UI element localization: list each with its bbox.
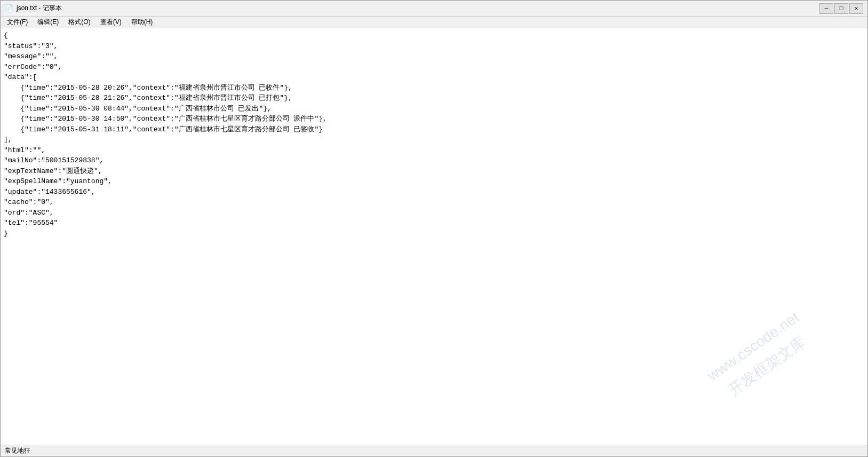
menu-view[interactable]: 查看(V) [96, 17, 126, 28]
status-bar: 常见地狂 [1, 445, 867, 456]
close-button[interactable]: ✕ [849, 3, 863, 14]
menu-edit[interactable]: 编辑(E) [33, 17, 63, 28]
window-controls: ─ □ ✕ [819, 3, 863, 14]
menu-file[interactable]: 文件(F) [3, 17, 32, 28]
notepad-window: 📄 json.txt - 记事本 ─ □ ✕ 文件(F) 编辑(E) 格式(O)… [0, 0, 868, 457]
title-bar-left: 📄 json.txt - 记事本 [5, 4, 62, 13]
text-editor[interactable]: { "status":"3", "message":"", "errCode":… [4, 30, 864, 443]
window-title: json.txt - 记事本 [17, 4, 62, 13]
status-encoding: 常见地狂 [5, 446, 30, 455]
menu-bar: 文件(F) 编辑(E) 格式(O) 查看(V) 帮助(H) [1, 17, 867, 28]
content-area[interactable]: { "status":"3", "message":"", "errCode":… [1, 28, 867, 445]
maximize-button[interactable]: □ [834, 3, 848, 14]
app-icon: 📄 [5, 4, 13, 13]
minimize-button[interactable]: ─ [819, 3, 833, 14]
title-bar: 📄 json.txt - 记事本 ─ □ ✕ [1, 1, 867, 17]
menu-format[interactable]: 格式(O) [64, 17, 94, 28]
menu-help[interactable]: 帮助(H) [127, 17, 157, 28]
